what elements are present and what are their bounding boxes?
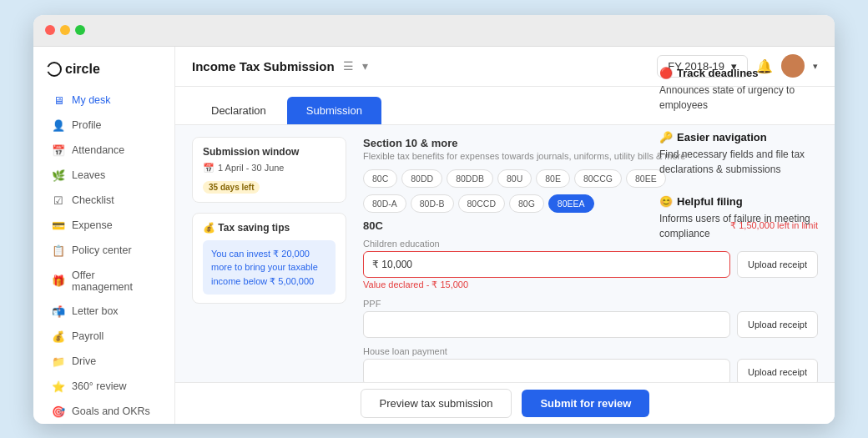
attendance-icon: 📅: [52, 144, 65, 157]
pill-80u[interactable]: 80U: [497, 169, 532, 188]
titlebar: [33, 15, 835, 47]
sidebar: circle 🖥 My desk 👤 Profile 📅 Attendance: [33, 47, 175, 424]
policy-icon: 📋: [52, 244, 65, 257]
sidebar-label-leaves: Leaves: [72, 169, 105, 181]
pill-80ccd[interactable]: 80CCD: [458, 194, 505, 213]
submission-window-box: Submission window 📅 1 April - 30 June 35…: [192, 137, 346, 203]
sidebar-item-expense[interactable]: 💳 Expense: [38, 214, 169, 238]
field-input-ppf[interactable]: [363, 311, 730, 338]
profile-icon: 👤: [52, 119, 65, 132]
sidebar-item-leaves[interactable]: 🌿 Leaves: [38, 164, 169, 188]
field-ppf: PPF Upload receipt: [363, 299, 818, 338]
payroll-icon: 💰: [52, 330, 65, 343]
maximize-button[interactable]: [75, 25, 85, 35]
field-input-house-loan[interactable]: [363, 359, 730, 382]
tab-declaration[interactable]: Declaration: [192, 97, 285, 124]
sidebar-item-360-review[interactable]: ⭐ 360° review: [38, 375, 169, 399]
sidebar-item-my-desk[interactable]: 🖥 My desk: [38, 88, 169, 113]
sidebar-label-checklist: Checklist: [72, 194, 114, 206]
upload-receipt-house-loan[interactable]: Upload receipt: [737, 359, 818, 382]
sidebar-label-drive: Drive: [72, 355, 96, 367]
track-deadlines-icon: 🔴: [659, 67, 673, 79]
drive-icon: 📁: [52, 355, 65, 368]
sidebar-label-policy-center: Policy center: [72, 244, 132, 256]
calendar-icon: 📅: [203, 163, 214, 174]
submission-window-date: 📅 1 April - 30 June: [203, 163, 336, 174]
tab-submission[interactable]: Submission: [287, 97, 381, 124]
tips-content: You can invest ₹ 20,000 more to bring yo…: [203, 240, 336, 295]
pill-80g[interactable]: 80G: [509, 194, 544, 213]
field-label-ppf: PPF: [363, 299, 818, 309]
logo-text: circle: [65, 62, 100, 77]
left-panel: Submission window 📅 1 April - 30 June 35…: [192, 137, 346, 382]
days-left-badge: 35 days left: [203, 181, 260, 194]
sidebar-item-offer-management[interactable]: 🎁 Offer management: [38, 264, 169, 299]
sidebar-item-policy-center[interactable]: 📋 Policy center: [38, 239, 169, 263]
annotation-title-easier-navigation: 🔑 Easier navigation: [659, 131, 843, 143]
field-children-education: Children education Upload receipt Value …: [363, 239, 818, 290]
submit-button[interactable]: Submit for review: [522, 390, 649, 417]
annotation-helpful-filing: 😊 Helpful filing Informs users of failur…: [659, 195, 843, 241]
upload-receipt-ppf[interactable]: Upload receipt: [737, 311, 818, 338]
pill-80d-b[interactable]: 80D-B: [411, 194, 454, 213]
sidebar-label-offer-management: Offer management: [72, 269, 156, 293]
sidebar-item-goals-okrs[interactable]: 🎯 Goals and OKRs: [38, 400, 169, 424]
field-house-loan: House loan payment Upload receipt: [363, 346, 818, 382]
sidebar-label-my-desk: My desk: [72, 94, 111, 106]
section-80c-title: 80C: [363, 219, 383, 232]
logo: circle: [33, 57, 174, 88]
minimize-button[interactable]: [60, 25, 70, 35]
pill-80ccg[interactable]: 80CCG: [574, 169, 622, 188]
page-title: Income Tax Submission: [192, 59, 335, 73]
annotation-text-helpful-filing: Informs users of failure in meeting comp…: [659, 211, 843, 241]
tips-box: 💰 Tax saving tips You can invest ₹ 20,00…: [192, 213, 346, 305]
annotation-text-easier-navigation: Find necessary fields and file tax decla…: [659, 147, 843, 177]
annotation-text-track-deadlines: Announces state of urgency to employees: [659, 83, 843, 113]
sidebar-label-attendance: Attendance: [72, 144, 124, 156]
easier-navigation-icon: 🔑: [659, 131, 673, 143]
logo-icon: [47, 62, 62, 77]
letterbox-icon: 📬: [52, 305, 65, 318]
sidebar-item-attendance[interactable]: 📅 Attendance: [38, 138, 169, 163]
sidebar-label-360-review: 360° review: [72, 380, 126, 392]
annotation-easier-navigation: 🔑 Easier navigation Find necessary field…: [659, 131, 843, 177]
field-input-children-education[interactable]: [363, 251, 730, 278]
helpful-filing-icon: 😊: [659, 195, 673, 208]
pill-80d-a[interactable]: 80D-A: [363, 194, 406, 213]
sidebar-label-goals-okrs: Goals and OKRs: [72, 405, 150, 417]
offer-icon: 🎁: [52, 274, 65, 287]
upload-receipt-children-education[interactable]: Upload receipt: [737, 251, 818, 278]
desk-icon: 🖥: [52, 94, 65, 107]
goals-icon: 🎯: [52, 405, 65, 418]
sidebar-label-payroll: Payroll: [72, 330, 103, 342]
submission-window-title: Submission window: [203, 146, 336, 158]
annotation-track-deadlines: 🔴 Track deadlines Announces state of urg…: [659, 67, 843, 113]
sidebar-item-letter-box[interactable]: 📬 Letter box: [38, 300, 169, 324]
sidebar-item-payroll[interactable]: 💰 Payroll: [38, 325, 169, 349]
leaves-icon: 🌿: [52, 169, 65, 182]
sidebar-label-profile: Profile: [72, 119, 101, 131]
action-bar: Preview tax submission Submit for review: [175, 382, 835, 424]
annotations-panel: 🔴 Track deadlines Announces state of urg…: [659, 67, 843, 241]
checklist-icon: ☑: [52, 194, 65, 207]
pill-80e[interactable]: 80E: [536, 169, 570, 188]
close-button[interactable]: [45, 25, 55, 35]
annotation-title-helpful-filing: 😊 Helpful filing: [659, 195, 843, 208]
sidebar-item-checklist[interactable]: ☑ Checklist: [38, 189, 169, 213]
expense-icon: 💳: [52, 219, 65, 232]
field-label-house-loan: House loan payment: [363, 346, 818, 356]
traffic-lights: [45, 25, 85, 35]
tips-title: 💰 Tax saving tips: [203, 222, 336, 234]
preview-button[interactable]: Preview tax submission: [361, 389, 512, 418]
sidebar-label-expense: Expense: [72, 219, 113, 231]
sidebar-nav: 🖥 My desk 👤 Profile 📅 Attendance 🌿 Leave…: [33, 88, 174, 424]
pill-80c[interactable]: 80C: [363, 169, 397, 188]
pill-80ddb[interactable]: 80DDB: [447, 169, 493, 188]
sidebar-item-profile[interactable]: 👤 Profile: [38, 113, 169, 138]
topbar-chevron-icon[interactable]: ▾: [362, 59, 368, 73]
sidebar-item-drive[interactable]: 📁 Drive: [38, 350, 169, 374]
sidebar-label-letter-box: Letter box: [72, 305, 119, 317]
pill-80eea[interactable]: 80EEA: [548, 194, 594, 213]
menu-icon[interactable]: ☰: [343, 59, 354, 73]
pill-80dd[interactable]: 80DD: [401, 169, 442, 188]
